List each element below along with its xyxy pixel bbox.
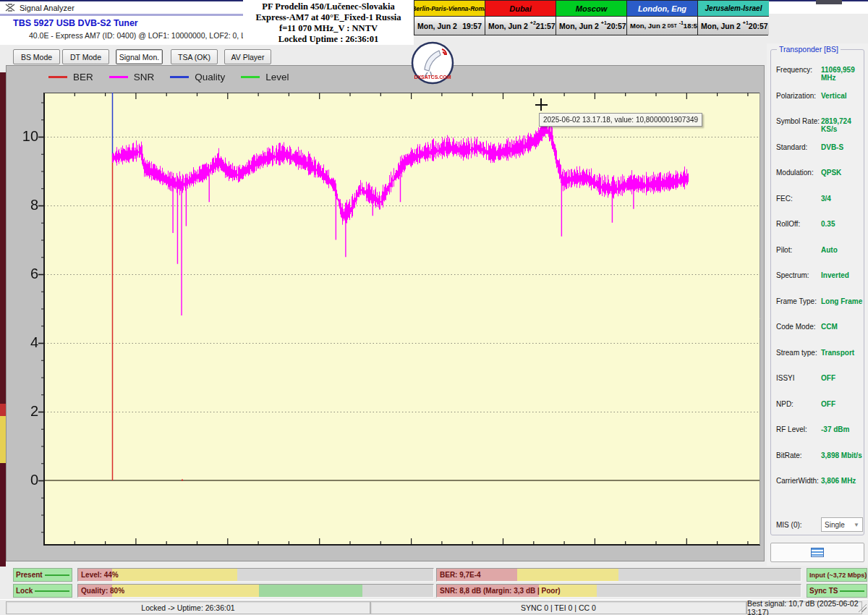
- background-strip-maroon-top: [0, 72, 6, 404]
- field-value: 0.35: [821, 220, 835, 228]
- clock-berlin-city: Berlin-Paris-Vienna-Roma: [414, 1, 485, 17]
- field-value: OFF: [821, 400, 835, 408]
- field-label: Frequency:: [776, 66, 821, 74]
- legend-item-level: Level: [241, 72, 289, 82]
- ber-bar: BER: 9,7E-4: [436, 568, 801, 582]
- resize-grip[interactable]: [858, 603, 867, 612]
- field-value: DVB-S: [821, 143, 843, 151]
- field-label: Frame Type:: [776, 297, 821, 305]
- field-label: Code Mode:: [776, 323, 821, 331]
- clock-berlin-time: Mon, Jun 2 19:57: [414, 17, 485, 35]
- clock-jerusalem: Jerusalem-Israel Mon, Jun 2 +1 20:57: [698, 1, 769, 35]
- field-label: MIS (0):: [776, 521, 821, 529]
- clock-moscow: Moscow Mon, Jun 2 +1 20:57: [556, 1, 627, 35]
- transponder-field: Modulation:QPSK: [771, 169, 864, 195]
- tab-signal-mon[interactable]: Signal Mon.: [116, 49, 163, 64]
- transponder-panel: Transponder [BS] Frequency:11069,959 MHz…: [767, 43, 868, 567]
- world-clocks: Berlin-Paris-Vienna-Roma Mon, Jun 2 19:5…: [414, 0, 768, 35]
- transponder-groupbox: Transponder [BS] Frequency:11069,959 MHz…: [770, 49, 864, 535]
- clock-time: 21:57: [536, 22, 556, 30]
- clock-city-label: London, Eng: [638, 4, 686, 13]
- clock-utc-offset: +2: [530, 20, 536, 25]
- clock-london-city: London, Eng: [627, 1, 697, 17]
- field-label: Pilot:: [776, 246, 821, 254]
- transponder-field: RollOff:0.35: [771, 220, 864, 246]
- logo-text: DXSATCS.COM: [414, 75, 451, 80]
- background-window-sliver: [816, 0, 842, 4]
- legend-item-snr: SNR: [109, 72, 155, 82]
- transponder-field: Spectrum:Inverted: [771, 271, 864, 297]
- transponder-field: RF Level:-37 dBm: [771, 425, 864, 451]
- input-badge: Input (~3,72 Mbps): [807, 568, 867, 582]
- device-subtitle: 40.0E - Express AM7 (ID: 0400) @ LOF1: 1…: [29, 31, 276, 40]
- tab-bs-mode[interactable]: BS Mode: [13, 49, 60, 64]
- signal-chart-panel: BERSNRQualityLevel: [6, 65, 765, 561]
- status-best-signal: Best signal: 10,7 dB (2025-06-02 13:17): [746, 601, 862, 614]
- level-bar: Level: 44%: [77, 568, 434, 582]
- device-title: TBS 5927 USB DVB-S2 Tuner: [13, 18, 138, 28]
- clock-date: Mon, Jun 2: [701, 22, 741, 30]
- bar-row-2: Lock Quality: 80% SNR: 8,8 dB (Margin: 3…: [6, 584, 868, 598]
- field-value: 3,806 MHz: [821, 477, 856, 485]
- field-label: Spectrum:: [776, 271, 821, 279]
- clock-time: 20:57: [749, 22, 768, 30]
- clock-london-time: Mon, Jun 2 DST -1 18:57:31: [627, 17, 697, 35]
- field-value: -37 dBm: [821, 425, 849, 433]
- field-label: BitRate:: [776, 451, 821, 459]
- field-label: FEC:: [776, 195, 821, 203]
- clock-london: London, Eng Mon, Jun 2 DST -1 18:57:31: [627, 1, 698, 35]
- tab-dt-mode[interactable]: DT Mode: [62, 49, 109, 64]
- crosshair-cursor: [540, 98, 542, 111]
- transponder-field: Stream type:Transport: [771, 349, 864, 375]
- signal-bars: Present Level: 44% BER: 9,7E-4 Input (~3…: [6, 566, 868, 599]
- transponder-field: CarrierWidth:3,806 MHz: [771, 477, 864, 503]
- lock-badge: Lock: [13, 584, 72, 598]
- clock-city-label: Berlin-Paris-Vienna-Roma: [414, 5, 485, 12]
- transponder-field: Frequency:11069,959 MHz: [771, 66, 864, 92]
- clock-utc-offset: +1: [601, 20, 607, 25]
- clock-moscow-city: Moscow: [556, 1, 626, 17]
- clock-dst-label: DST: [668, 23, 677, 28]
- sync-ts-badge: Sync TS: [807, 584, 867, 598]
- tab-av-player[interactable]: AV Player: [224, 49, 271, 64]
- clock-jerusalem-time: Mon, Jun 2 +1 20:57: [698, 17, 769, 35]
- clock-jerusalem-city: Jerusalem-Israel: [698, 1, 769, 17]
- mis-dropdown[interactable]: Single▼: [821, 517, 863, 532]
- clock-moscow-time: Mon, Jun 2 +1 20:57: [556, 17, 626, 35]
- clock-dubai-city: Dubai: [485, 1, 556, 17]
- mis-value: Single: [825, 521, 845, 529]
- signal-chart-canvas[interactable]: [7, 66, 764, 561]
- clock-utc-offset: +1: [743, 20, 749, 25]
- transponder-field: NPD:OFF: [771, 400, 864, 426]
- bar-segment: [259, 585, 362, 597]
- badge-line: [35, 590, 69, 592]
- field-value: CCM: [821, 323, 838, 331]
- clock-date: Mon, Jun 2: [630, 22, 666, 30]
- legend-line-swatch: [170, 76, 189, 78]
- snr-bar: SNR: 8,8 dB (Margin: 3,3 dB | Poor): [436, 584, 801, 598]
- transponder-field: Code Mode:CCM: [771, 323, 864, 349]
- field-value: OFF: [821, 374, 835, 382]
- field-value: 2819,724 KS/s: [821, 117, 864, 133]
- tab-tsa[interactable]: TSA (OK): [171, 49, 218, 64]
- statusbar: Locked -> Uptime: 26:36:01 SYNC 0 | TEI …: [0, 599, 868, 615]
- legend-item-quality: Quality: [170, 72, 225, 82]
- transponder-list-button[interactable]: [770, 543, 864, 562]
- legend-item-ber: BER: [48, 72, 93, 82]
- bar-segment: [112, 585, 260, 597]
- station-line-3: f=11 070 MHz_V : NNTV: [243, 23, 414, 34]
- field-value: Auto: [821, 246, 838, 254]
- chart-tooltip: 2025-06-02 13.17.18, value: 10,800000190…: [539, 113, 702, 127]
- badge-label: Input (~3,72 Mbps): [809, 572, 867, 579]
- field-label: Modulation:: [776, 169, 821, 177]
- list-icon: [811, 548, 824, 557]
- legend-label: SNR: [134, 72, 155, 82]
- background-strip-maroon-bottom: [0, 463, 6, 567]
- clock-dubai-time: Mon, Jun 2 +2 21:57: [485, 17, 556, 35]
- badge-label: Present: [16, 571, 43, 579]
- clock-date: Mon, Jun 2: [488, 22, 528, 30]
- field-label: RF Level:: [776, 425, 821, 433]
- clock-dubai: Dubai Mon, Jun 2 +2 21:57: [485, 1, 556, 35]
- antenna-icon: [5, 4, 15, 12]
- clock-city-label: Jerusalem-Israel: [705, 4, 762, 12]
